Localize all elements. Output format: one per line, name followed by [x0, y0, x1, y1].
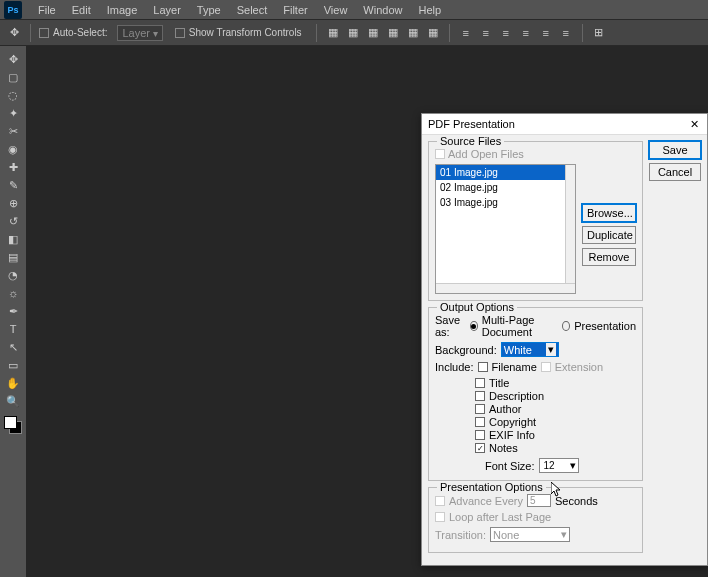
color-swatch[interactable] — [4, 416, 22, 434]
eraser-tool-icon[interactable]: ◧ — [2, 230, 24, 248]
menu-window[interactable]: Window — [355, 1, 410, 19]
source-files-group: Source Files Add Open Files 01 Image.jpg… — [428, 141, 643, 301]
presentation-radio[interactable] — [562, 321, 570, 331]
lasso-tool-icon[interactable]: ◌ — [2, 86, 24, 104]
dodge-tool-icon[interactable]: ☼ — [2, 284, 24, 302]
align-icon-4[interactable]: ▦ — [385, 25, 401, 41]
app-logo: Ps — [4, 1, 22, 19]
menu-file[interactable]: File — [30, 1, 64, 19]
hand-tool-icon[interactable]: ✋ — [2, 374, 24, 392]
crop-tool-icon[interactable]: ✂ — [2, 122, 24, 140]
notes-checkbox[interactable] — [475, 443, 485, 453]
eyedropper-tool-icon[interactable]: ◉ — [2, 140, 24, 158]
align-icon-2[interactable]: ▦ — [345, 25, 361, 41]
distribute-icon-2[interactable]: ≡ — [478, 25, 494, 41]
wand-tool-icon[interactable]: ✦ — [2, 104, 24, 122]
seconds-label: Seconds — [555, 495, 598, 507]
loop-label: Loop after Last Page — [449, 511, 551, 523]
cancel-button[interactable]: Cancel — [649, 163, 701, 181]
distribute-icon-6[interactable]: ≡ — [558, 25, 574, 41]
move-tool-icon[interactable]: ✥ — [2, 50, 24, 68]
presentation-label: Presentation — [574, 320, 636, 332]
remove-button[interactable]: Remove — [582, 248, 636, 266]
menu-type[interactable]: Type — [189, 1, 229, 19]
output-options-legend: Output Options — [437, 301, 517, 313]
multipage-label: Multi-Page Document — [482, 314, 559, 338]
filename-label: Filename — [492, 361, 537, 373]
list-item[interactable]: 03 Image.jpg — [436, 195, 575, 210]
mode-icon[interactable]: ⊞ — [591, 25, 607, 41]
scrollbar-horizontal[interactable] — [436, 283, 575, 293]
multipage-radio[interactable] — [470, 321, 478, 331]
show-transform-checkbox[interactable] — [175, 28, 185, 38]
scrollbar-vertical[interactable] — [565, 165, 575, 293]
pdf-presentation-dialog: PDF Presentation ✕ Source Files Add Open… — [421, 113, 708, 566]
align-icon-5[interactable]: ▦ — [405, 25, 421, 41]
heal-tool-icon[interactable]: ✚ — [2, 158, 24, 176]
type-tool-icon[interactable]: T — [2, 320, 24, 338]
add-open-files-checkbox: Add Open Files — [435, 148, 636, 160]
dialog-titlebar: PDF Presentation ✕ — [422, 114, 707, 135]
background-dropdown[interactable]: White▾ — [501, 342, 559, 357]
exif-checkbox[interactable] — [475, 430, 485, 440]
browse-button[interactable]: Browse... — [582, 204, 636, 222]
menu-layer[interactable]: Layer — [145, 1, 189, 19]
blur-tool-icon[interactable]: ◔ — [2, 266, 24, 284]
distribute-icon-3[interactable]: ≡ — [498, 25, 514, 41]
auto-select-label: Auto-Select: — [53, 27, 107, 38]
transition-label: Transition: — [435, 529, 486, 541]
layer-dropdown[interactable]: Layer ▾ — [117, 25, 162, 41]
align-icon[interactable]: ▦ — [325, 25, 341, 41]
menu-help[interactable]: Help — [410, 1, 449, 19]
extension-checkbox — [541, 362, 551, 372]
menu-edit[interactable]: Edit — [64, 1, 99, 19]
tools-panel: ✥ ▢ ◌ ✦ ✂ ◉ ✚ ✎ ⊕ ↺ ◧ ▤ ◔ ☼ ✒ T ↖ ▭ ✋ 🔍 — [0, 46, 26, 486]
output-options-group: Output Options Save as: Multi-Page Docum… — [428, 307, 643, 481]
dialog-title: PDF Presentation — [428, 118, 515, 130]
menu-filter[interactable]: Filter — [275, 1, 315, 19]
menu-select[interactable]: Select — [229, 1, 276, 19]
distribute-icon[interactable]: ≡ — [458, 25, 474, 41]
author-checkbox[interactable] — [475, 404, 485, 414]
pen-tool-icon[interactable]: ✒ — [2, 302, 24, 320]
title-checkbox[interactable] — [475, 378, 485, 388]
include-label: Include: — [435, 361, 474, 373]
description-checkbox[interactable] — [475, 391, 485, 401]
history-brush-icon[interactable]: ↺ — [2, 212, 24, 230]
advance-every-checkbox — [435, 496, 445, 506]
menu-view[interactable]: View — [316, 1, 356, 19]
brush-tool-icon[interactable]: ✎ — [2, 176, 24, 194]
copyright-checkbox[interactable] — [475, 417, 485, 427]
loop-checkbox — [435, 512, 445, 522]
zoom-tool-icon[interactable]: 🔍 — [2, 392, 24, 410]
font-size-dropdown[interactable]: 12▾ — [539, 458, 579, 473]
background-label: Background: — [435, 344, 497, 356]
marquee-tool-icon[interactable]: ▢ — [2, 68, 24, 86]
show-transform-label: Show Transform Controls — [189, 27, 302, 38]
copyright-label: Copyright — [489, 416, 536, 428]
duplicate-button[interactable]: Duplicate — [582, 226, 636, 244]
move-tool-icon[interactable]: ✥ — [6, 25, 22, 41]
presentation-options-group: Presentation Options Advance Every 5 Sec… — [428, 487, 643, 553]
presentation-options-legend: Presentation Options — [437, 481, 546, 493]
description-label: Description — [489, 390, 544, 402]
stamp-tool-icon[interactable]: ⊕ — [2, 194, 24, 212]
distribute-icon-5[interactable]: ≡ — [538, 25, 554, 41]
shape-tool-icon[interactable]: ▭ — [2, 356, 24, 374]
extension-label: Extension — [555, 361, 603, 373]
align-icon-6[interactable]: ▦ — [425, 25, 441, 41]
transition-dropdown: None▾ — [490, 527, 570, 542]
distribute-icon-4[interactable]: ≡ — [518, 25, 534, 41]
font-size-label: Font Size: — [485, 460, 535, 472]
save-button[interactable]: Save — [649, 141, 701, 159]
source-file-list[interactable]: 01 Image.jpg 02 Image.jpg 03 Image.jpg — [435, 164, 576, 294]
close-icon[interactable]: ✕ — [687, 117, 701, 131]
gradient-tool-icon[interactable]: ▤ — [2, 248, 24, 266]
list-item[interactable]: 01 Image.jpg — [436, 165, 575, 180]
auto-select-checkbox[interactable] — [39, 28, 49, 38]
path-tool-icon[interactable]: ↖ — [2, 338, 24, 356]
filename-checkbox[interactable] — [478, 362, 488, 372]
menu-image[interactable]: Image — [99, 1, 146, 19]
align-icon-3[interactable]: ▦ — [365, 25, 381, 41]
list-item[interactable]: 02 Image.jpg — [436, 180, 575, 195]
